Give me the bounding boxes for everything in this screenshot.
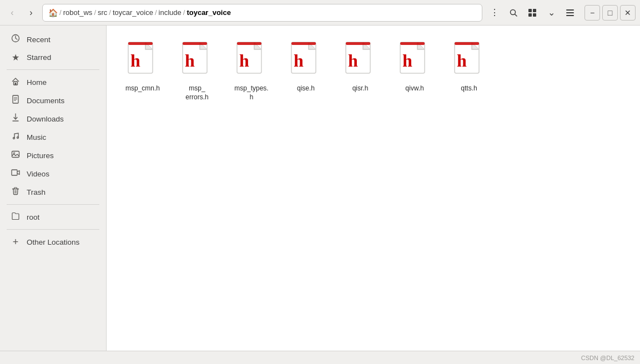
sidebar-item-recent[interactable]: Recent — [3, 31, 103, 48]
breadcrumb-robotws[interactable]: robot_ws — [63, 8, 93, 17]
file-icon: h — [289, 41, 322, 81]
view-list-icon — [566, 8, 575, 17]
svg-rect-8 — [566, 15, 574, 16]
sidebar-item-music-label: Music — [27, 133, 46, 141]
svg-rect-20 — [12, 151, 19, 158]
file-item[interactable]: h qisr.h — [335, 37, 385, 106]
sidebar-divider-2 — [7, 204, 99, 205]
menu-button[interactable]: ⋮ — [486, 4, 503, 22]
videos-icon — [10, 168, 21, 179]
file-item[interactable]: h msp_types. h — [226, 37, 276, 106]
view-list-button[interactable] — [561, 4, 579, 22]
svg-rect-4 — [528, 13, 532, 17]
svg-rect-30 — [183, 42, 207, 45]
trash-icon — [10, 186, 21, 198]
file-label: qise.h — [297, 84, 315, 93]
toolbar-actions: ⋮ ⌄ — [486, 4, 579, 22]
svg-rect-45 — [455, 42, 479, 45]
music-icon — [10, 132, 21, 143]
main-layout: Recent ★ Starred Home — [0, 26, 640, 351]
search-icon — [509, 8, 518, 17]
root-icon — [10, 211, 21, 223]
svg-rect-5 — [533, 13, 536, 17]
sidebar-item-starred[interactable]: ★ Starred — [3, 49, 103, 66]
downloads-icon — [10, 113, 21, 124]
file-label: qivw.h — [405, 84, 424, 93]
file-icon: h — [126, 41, 159, 81]
file-item[interactable]: h qivw.h — [390, 37, 440, 106]
sidebar-item-trash[interactable]: Trash — [3, 183, 103, 201]
breadcrumb-bar: 🏠 / robot_ws / src / toycar_voice / incl… — [42, 4, 482, 22]
sidebar-item-downloads-label: Downloads — [27, 115, 64, 123]
starred-icon: ★ — [10, 52, 21, 63]
sidebar-item-home[interactable]: Home — [3, 73, 103, 91]
close-button[interactable]: ✕ — [620, 5, 636, 21]
sidebar-item-other-locations-label: Other Locations — [27, 238, 79, 246]
view-dropdown-button[interactable]: ⌄ — [542, 4, 560, 22]
svg-rect-36 — [291, 42, 316, 45]
file-item[interactable]: h msp_ errors.h — [172, 37, 222, 106]
file-grid: h msp_cmn.h h msp_ errors.h h msp_types. — [118, 37, 629, 106]
file-icon: h — [452, 41, 486, 81]
window-controls: − □ ✕ — [584, 5, 636, 21]
h-file-svg: h — [452, 41, 486, 81]
other-locations-icon: + — [10, 236, 21, 248]
home-icon — [10, 77, 21, 88]
file-icon: h — [235, 41, 268, 81]
svg-text:h: h — [239, 50, 249, 70]
h-file-svg: h — [180, 41, 214, 81]
svg-rect-22 — [12, 170, 17, 175]
breadcrumb-toycarvoice[interactable]: toycar_voice — [113, 8, 153, 17]
sidebar-divider-3 — [7, 229, 99, 230]
home-breadcrumb-icon: 🏠 — [48, 8, 58, 17]
file-icon: h — [344, 41, 377, 81]
minimize-button[interactable]: − — [584, 5, 600, 21]
recent-icon — [10, 34, 21, 45]
svg-point-21 — [13, 153, 15, 154]
sidebar-item-documents[interactable]: Documents — [3, 92, 103, 109]
svg-text:h: h — [348, 50, 358, 70]
svg-text:h: h — [185, 50, 195, 70]
sidebar-item-downloads[interactable]: Downloads — [3, 110, 103, 128]
file-label: qtts.h — [461, 84, 477, 93]
svg-text:h: h — [457, 50, 467, 70]
breadcrumb-src[interactable]: src — [98, 8, 107, 17]
breadcrumb-include[interactable]: include — [159, 8, 182, 17]
file-item[interactable]: h msp_cmn.h — [118, 37, 168, 106]
sidebar-item-trash-label: Trash — [27, 188, 46, 196]
sidebar-divider-1 — [7, 69, 99, 70]
sidebar: Recent ★ Starred Home — [0, 26, 107, 351]
svg-rect-33 — [237, 42, 261, 45]
svg-point-18 — [13, 138, 15, 139]
sidebar-item-music[interactable]: Music — [3, 128, 103, 146]
statusbar: CSDN @DL_62532 — [0, 351, 640, 364]
breadcrumb-current: toycar_voice — [187, 8, 231, 17]
sidebar-item-pictures[interactable]: Pictures — [3, 146, 103, 164]
sidebar-item-videos[interactable]: Videos — [3, 165, 103, 183]
h-file-svg: h — [235, 41, 268, 81]
file-area: h msp_cmn.h h msp_ errors.h h msp_types. — [107, 26, 640, 351]
file-label: msp_types. h — [234, 84, 268, 102]
search-button[interactable] — [505, 4, 522, 22]
view-grid-button[interactable] — [523, 4, 541, 22]
file-label: qisr.h — [352, 84, 369, 93]
svg-rect-2 — [528, 9, 532, 12]
sidebar-item-recent-label: Recent — [27, 36, 51, 44]
file-item[interactable]: h qtts.h — [444, 37, 494, 106]
watermark: CSDN @DL_62532 — [581, 355, 634, 361]
sidebar-item-pictures-label: Pictures — [27, 151, 54, 160]
sidebar-item-other-locations[interactable]: + Other Locations — [3, 233, 103, 251]
h-file-svg: h — [344, 41, 377, 81]
sidebar-item-root[interactable]: root — [3, 208, 103, 226]
sidebar-item-root-label: root — [27, 213, 39, 221]
sidebar-item-home-label: Home — [27, 78, 47, 87]
back-button[interactable]: ‹ — [4, 5, 20, 21]
forward-button[interactable]: › — [23, 5, 39, 21]
sidebar-item-documents-label: Documents — [27, 97, 64, 105]
file-item[interactable]: h qise.h — [281, 37, 331, 106]
file-label: msp_cmn.h — [125, 84, 160, 93]
svg-rect-3 — [533, 9, 536, 12]
maximize-button[interactable]: □ — [602, 5, 618, 21]
svg-rect-7 — [566, 12, 574, 13]
file-label: msp_ errors.h — [185, 84, 208, 102]
